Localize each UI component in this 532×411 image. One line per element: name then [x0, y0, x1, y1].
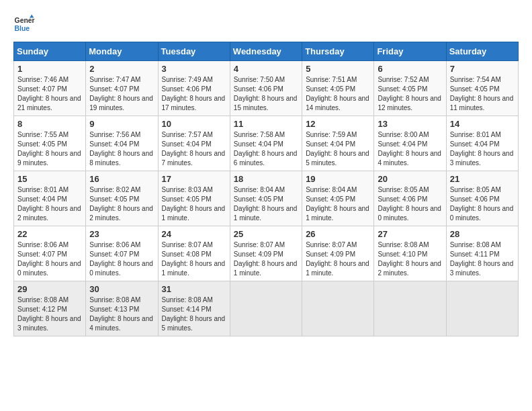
logo-icon: General Blue [13, 13, 35, 35]
calendar-cell: 23 Sunrise: 8:06 AMSunset: 4:07 PMDaylig… [86, 226, 158, 281]
header-friday: Friday [374, 42, 446, 61]
day-info: Sunrise: 8:07 AMSunset: 4:09 PMDaylight:… [234, 241, 298, 277]
day-info: Sunrise: 7:54 AMSunset: 4:05 PMDaylight:… [450, 76, 514, 111]
day-info: Sunrise: 8:04 AMSunset: 4:05 PMDaylight:… [234, 186, 298, 222]
day-number: 7 [450, 64, 515, 74]
calendar-cell: 2 Sunrise: 7:47 AMSunset: 4:07 PMDayligh… [86, 61, 158, 116]
day-info: Sunrise: 8:05 AMSunset: 4:06 PMDaylight:… [378, 186, 441, 222]
calendar-table: SundayMondayTuesdayWednesdayThursdayFrid… [13, 42, 519, 336]
day-number: 9 [89, 119, 154, 129]
day-info: Sunrise: 8:02 AMSunset: 4:05 PMDaylight:… [89, 186, 153, 222]
day-number: 31 [162, 284, 226, 294]
calendar-cell: 21 Sunrise: 8:05 AMSunset: 4:06 PMDaylig… [446, 171, 518, 226]
svg-text:General: General [15, 17, 35, 24]
calendar-cell: 11 Sunrise: 7:58 AMSunset: 4:04 PMDaylig… [230, 116, 302, 171]
day-number: 27 [378, 229, 442, 239]
day-number: 30 [89, 284, 154, 294]
header-thursday: Thursday [302, 42, 374, 61]
calendar-cell: 3 Sunrise: 7:49 AMSunset: 4:06 PMDayligh… [158, 61, 230, 116]
day-number: 4 [234, 64, 298, 74]
day-info: Sunrise: 7:52 AMSunset: 4:05 PMDaylight:… [378, 76, 441, 111]
header-wednesday: Wednesday [230, 42, 302, 61]
day-info: Sunrise: 8:08 AMSunset: 4:13 PMDaylight:… [89, 296, 153, 332]
day-number: 3 [162, 64, 226, 74]
header-sunday: Sunday [14, 42, 86, 61]
calendar-week-1: 1 Sunrise: 7:46 AMSunset: 4:07 PMDayligh… [14, 61, 519, 116]
day-number: 5 [306, 64, 370, 74]
day-info: Sunrise: 7:46 AMSunset: 4:07 PMDaylight:… [17, 76, 81, 111]
day-number: 2 [89, 64, 154, 74]
day-info: Sunrise: 8:08 AMSunset: 4:12 PMDaylight:… [17, 296, 81, 332]
calendar-cell: 8 Sunrise: 7:55 AMSunset: 4:05 PMDayligh… [14, 116, 86, 171]
calendar-cell: 26 Sunrise: 8:07 AMSunset: 4:09 PMDaylig… [302, 226, 374, 281]
day-info: Sunrise: 8:01 AMSunset: 4:04 PMDaylight:… [17, 186, 81, 222]
day-info: Sunrise: 8:08 AMSunset: 4:10 PMDaylight:… [378, 241, 441, 277]
day-number: 26 [306, 229, 370, 239]
day-number: 14 [450, 119, 515, 129]
day-info: Sunrise: 8:05 AMSunset: 4:06 PMDaylight:… [450, 186, 514, 222]
calendar-cell [230, 281, 302, 336]
day-info: Sunrise: 7:50 AMSunset: 4:06 PMDaylight:… [234, 76, 298, 111]
day-info: Sunrise: 7:56 AMSunset: 4:04 PMDaylight:… [89, 131, 153, 167]
calendar-cell: 13 Sunrise: 8:00 AMSunset: 4:04 PMDaylig… [374, 116, 446, 171]
calendar-week-4: 22 Sunrise: 8:06 AMSunset: 4:07 PMDaylig… [14, 226, 519, 281]
calendar-cell [302, 281, 374, 336]
calendar-cell: 28 Sunrise: 8:08 AMSunset: 4:11 PMDaylig… [446, 226, 518, 281]
calendar-cell: 7 Sunrise: 7:54 AMSunset: 4:05 PMDayligh… [446, 61, 518, 116]
day-number: 23 [89, 229, 154, 239]
day-info: Sunrise: 7:51 AMSunset: 4:05 PMDaylight:… [306, 76, 369, 111]
day-number: 29 [17, 284, 82, 294]
day-number: 6 [378, 64, 442, 74]
day-number: 28 [450, 229, 515, 239]
svg-text:Blue: Blue [15, 25, 30, 32]
page-header: General Blue [13, 13, 519, 35]
day-info: Sunrise: 7:47 AMSunset: 4:07 PMDaylight:… [89, 76, 153, 111]
day-info: Sunrise: 7:59 AMSunset: 4:04 PMDaylight:… [306, 131, 369, 167]
calendar-cell: 31 Sunrise: 8:08 AMSunset: 4:14 PMDaylig… [158, 281, 230, 336]
calendar-week-3: 15 Sunrise: 8:01 AMSunset: 4:04 PMDaylig… [14, 171, 519, 226]
calendar-cell: 22 Sunrise: 8:06 AMSunset: 4:07 PMDaylig… [14, 226, 86, 281]
calendar-cell: 18 Sunrise: 8:04 AMSunset: 4:05 PMDaylig… [230, 171, 302, 226]
calendar-cell: 20 Sunrise: 8:05 AMSunset: 4:06 PMDaylig… [374, 171, 446, 226]
day-info: Sunrise: 7:58 AMSunset: 4:04 PMDaylight:… [234, 131, 298, 167]
calendar-cell: 1 Sunrise: 7:46 AMSunset: 4:07 PMDayligh… [14, 61, 86, 116]
day-number: 12 [306, 119, 370, 129]
day-number: 22 [17, 229, 82, 239]
day-number: 15 [17, 174, 82, 184]
day-info: Sunrise: 8:04 AMSunset: 4:05 PMDaylight:… [306, 186, 369, 222]
calendar-cell: 10 Sunrise: 7:57 AMSunset: 4:04 PMDaylig… [158, 116, 230, 171]
day-number: 17 [162, 174, 226, 184]
day-info: Sunrise: 8:07 AMSunset: 4:09 PMDaylight:… [306, 241, 369, 277]
day-info: Sunrise: 7:57 AMSunset: 4:04 PMDaylight:… [162, 131, 226, 167]
day-number: 11 [234, 119, 298, 129]
day-info: Sunrise: 7:49 AMSunset: 4:06 PMDaylight:… [162, 76, 226, 111]
day-info: Sunrise: 8:06 AMSunset: 4:07 PMDaylight:… [17, 241, 81, 277]
svg-marker-2 [30, 15, 34, 18]
calendar-cell: 5 Sunrise: 7:51 AMSunset: 4:05 PMDayligh… [302, 61, 374, 116]
calendar-week-2: 8 Sunrise: 7:55 AMSunset: 4:05 PMDayligh… [14, 116, 519, 171]
day-info: Sunrise: 7:55 AMSunset: 4:05 PMDaylight:… [17, 131, 81, 167]
logo: General Blue [13, 13, 35, 35]
calendar-cell: 4 Sunrise: 7:50 AMSunset: 4:06 PMDayligh… [230, 61, 302, 116]
calendar-cell: 27 Sunrise: 8:08 AMSunset: 4:10 PMDaylig… [374, 226, 446, 281]
calendar-cell: 17 Sunrise: 8:03 AMSunset: 4:05 PMDaylig… [158, 171, 230, 226]
calendar-header-row: SundayMondayTuesdayWednesdayThursdayFrid… [14, 42, 519, 61]
day-info: Sunrise: 8:08 AMSunset: 4:11 PMDaylight:… [450, 241, 514, 277]
calendar-cell: 30 Sunrise: 8:08 AMSunset: 4:13 PMDaylig… [86, 281, 158, 336]
day-number: 19 [306, 174, 370, 184]
calendar-cell: 14 Sunrise: 8:01 AMSunset: 4:04 PMDaylig… [446, 116, 518, 171]
day-number: 24 [162, 229, 226, 239]
header-tuesday: Tuesday [158, 42, 230, 61]
day-number: 8 [17, 119, 82, 129]
day-number: 21 [450, 174, 515, 184]
header-saturday: Saturday [446, 42, 518, 61]
calendar-cell: 25 Sunrise: 8:07 AMSunset: 4:09 PMDaylig… [230, 226, 302, 281]
day-number: 1 [17, 64, 82, 74]
day-number: 18 [234, 174, 298, 184]
calendar-cell: 12 Sunrise: 7:59 AMSunset: 4:04 PMDaylig… [302, 116, 374, 171]
calendar-cell: 15 Sunrise: 8:01 AMSunset: 4:04 PMDaylig… [14, 171, 86, 226]
calendar-cell: 19 Sunrise: 8:04 AMSunset: 4:05 PMDaylig… [302, 171, 374, 226]
day-number: 20 [378, 174, 442, 184]
day-number: 25 [234, 229, 298, 239]
calendar-cell: 6 Sunrise: 7:52 AMSunset: 4:05 PMDayligh… [374, 61, 446, 116]
